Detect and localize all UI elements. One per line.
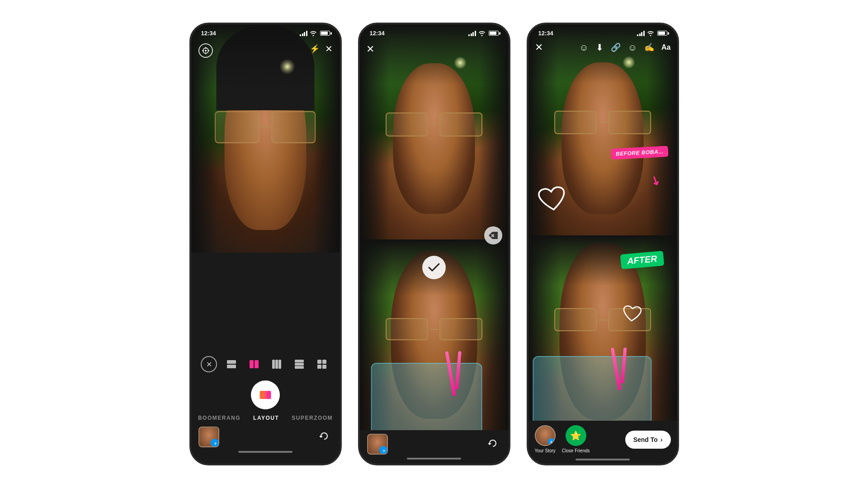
your-story-option[interactable]: + Your Story [535, 425, 556, 454]
mode-superzoom[interactable]: SUPERZOOM [285, 415, 339, 421]
camera-controls-top-right: ⚡ ✕ [310, 43, 333, 54]
status-bar-3: 12:34 [528, 24, 677, 39]
split-top-preview: ✕ [360, 24, 509, 239]
mode-boomerang[interactable]: BOOMERANG [192, 415, 247, 421]
battery-icon-3 [657, 31, 667, 36]
confirm-layout-btn[interactable] [422, 256, 446, 279]
close-friends-option[interactable]: ⭐ Close Friends [562, 425, 590, 454]
status-icons-3 [637, 31, 667, 36]
brush-btn[interactable]: ✍ [644, 42, 654, 52]
home-indicator-3 [576, 459, 630, 460]
signal-icon-2 [468, 31, 476, 36]
svg-rect-8 [250, 360, 254, 368]
svg-rect-9 [255, 360, 259, 368]
time-2: 12:34 [370, 30, 385, 37]
phone-1-bottom: ✕ [191, 253, 340, 464]
close-camera-btn[interactable]: ✕ [325, 43, 333, 54]
time-3: 12:34 [538, 30, 553, 37]
wifi-icon-3 [647, 31, 654, 36]
status-icons-1 [300, 31, 330, 36]
sticker-btn[interactable]: ☺ [579, 42, 588, 53]
gallery-thumb-1[interactable]: + [198, 427, 219, 447]
your-story-avatar: + [535, 425, 556, 446]
phone-1: 12:34 [189, 23, 342, 465]
svg-rect-17 [322, 360, 326, 364]
camera-preview-top: ⚡ ✕ [191, 24, 340, 253]
close-friends-avatar: ⭐ [566, 425, 586, 446]
send-to-label: Send To [633, 436, 658, 443]
layout-logo-btn[interactable] [251, 380, 280, 409]
layout-2-horiz-btn[interactable] [223, 356, 240, 372]
mention-btn[interactable]: ☺ [628, 42, 637, 53]
send-to-chevron: › [660, 436, 663, 443]
wifi-icon-1 [310, 31, 317, 36]
flash-icon[interactable]: ⚡ [310, 44, 320, 54]
mode-layout[interactable]: LAYOUT [247, 415, 285, 421]
svg-rect-22 [264, 391, 266, 399]
flip-camera-btn-2[interactable] [484, 436, 501, 453]
phone3-edit-icons: ☺ ⬇ 🔗 ☺ ✍ Aa [579, 42, 670, 53]
layout-options: ✕ [201, 356, 330, 372]
delete-photo-btn[interactable] [484, 226, 502, 244]
svg-rect-10 [272, 360, 275, 369]
gallery-thumb-2[interactable]: + [367, 434, 388, 455]
battery-icon-1 [320, 31, 330, 36]
phone-bottom-row-1: + [191, 427, 340, 447]
phones-container: 12:34 [189, 23, 679, 465]
your-story-label: Your Story [535, 448, 556, 454]
layout-3-horiz-btn[interactable] [269, 356, 285, 372]
phone3-bottom-bar: + Your Story ⭐ Close Friends Send To [528, 421, 677, 464]
svg-rect-14 [295, 363, 304, 366]
flip-camera-btn-1[interactable] [316, 428, 333, 446]
close-story-btn[interactable]: ✕ [535, 42, 543, 53]
svg-rect-18 [317, 365, 321, 369]
text-btn[interactable]: Aa [661, 43, 670, 52]
status-bar-2: 12:34 [360, 24, 509, 39]
home-indicator-2 [407, 458, 461, 460]
svg-point-1 [205, 50, 207, 52]
time-1: 12:34 [201, 30, 216, 37]
layout-3-vert-btn[interactable] [291, 356, 307, 372]
story-options: + Your Story ⭐ Close Friends [535, 425, 590, 454]
svg-rect-11 [275, 360, 278, 369]
send-to-btn[interactable]: Send To › [625, 431, 671, 449]
phone-2-content: ✕ [360, 24, 509, 464]
phone-2: 12:34 [358, 23, 510, 465]
signal-icon-1 [300, 31, 307, 36]
phone3-toolbar: ✕ ☺ ⬇ 🔗 ☺ ✍ Aa [528, 42, 677, 53]
svg-rect-16 [317, 360, 321, 364]
mode-bar: BOOMERANG LAYOUT SUPERZOOM [191, 415, 340, 421]
close-layout-btn[interactable]: ✕ [201, 356, 217, 372]
phone-3: 12:34 [527, 23, 679, 465]
phone-1-content: ⚡ ✕ ✕ [191, 24, 340, 464]
close-edit-btn[interactable]: ✕ [366, 43, 374, 55]
svg-rect-15 [295, 366, 304, 369]
status-bar-1: 12:34 [191, 24, 340, 39]
svg-rect-13 [295, 360, 304, 362]
camera-settings-btn[interactable] [198, 43, 213, 58]
split-top-face [360, 24, 509, 239]
link-btn[interactable]: 🔗 [611, 42, 621, 52]
close-friends-label: Close Friends [562, 448, 590, 454]
svg-rect-7 [227, 365, 236, 368]
signal-icon-3 [637, 31, 645, 36]
status-icons-2 [468, 31, 499, 36]
svg-rect-6 [227, 360, 236, 364]
save-btn[interactable]: ⬇ [596, 42, 604, 53]
svg-rect-12 [278, 360, 281, 369]
phone-3-content: ✕ ☺ ⬇ 🔗 ☺ ✍ Aa BEFORE BOBA... [528, 24, 677, 464]
face-bg-1 [191, 24, 340, 253]
heart-sticker-bottom [622, 305, 642, 325]
layout-2-vert-btn[interactable] [246, 356, 262, 372]
home-indicator-1 [238, 451, 292, 453]
wifi-icon-2 [478, 31, 486, 36]
layout-4-grid-btn[interactable] [314, 356, 330, 372]
svg-rect-19 [322, 365, 326, 369]
heart-sticker-left [537, 185, 568, 216]
battery-icon-2 [489, 31, 499, 36]
